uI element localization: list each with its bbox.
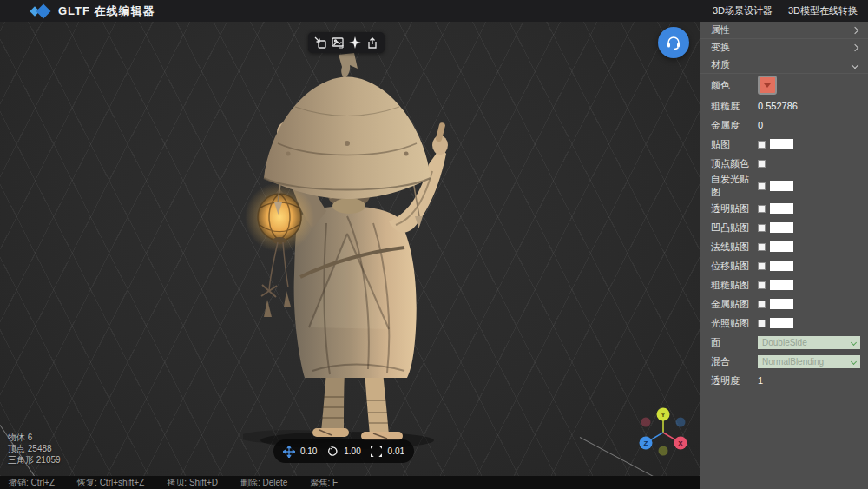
normal-map-row: 法线贴图	[700, 237, 868, 256]
map-texture-slot[interactable]	[770, 139, 793, 149]
material-color-row: 颜色	[700, 74, 868, 96]
svg-text:X: X	[678, 439, 683, 447]
viewport-toolbar	[308, 32, 385, 53]
section-material[interactable]: 材质	[700, 56, 868, 74]
gltf-editor-app: GLTF 在线编辑器 3D场景设计器 3D模型在线转换	[0, 0, 868, 489]
shortcut-focus: 聚焦: F	[310, 477, 338, 489]
translate-snap-value[interactable]: 0.10	[300, 446, 317, 456]
metalness-value[interactable]: 0	[758, 120, 763, 130]
top-nav: GLTF 在线编辑器 3D场景设计器 3D模型在线转换	[0, 0, 868, 22]
map-checkbox[interactable]	[758, 141, 766, 149]
chevron-down-icon	[851, 358, 857, 364]
chevron-down-icon	[851, 339, 857, 345]
metalness-map-slot[interactable]	[770, 299, 793, 309]
svg-text:Z: Z	[644, 439, 648, 447]
transform-snap-bar: 0.10 1.00	[273, 439, 414, 463]
section-transform[interactable]: 变换	[700, 39, 868, 56]
metalness-map-row: 金属贴图	[700, 294, 868, 314]
vertex-color-row: 顶点颜色	[700, 154, 868, 173]
color-picker-swatch[interactable]	[758, 76, 777, 95]
roughness-value[interactable]: 0.552786	[758, 101, 798, 111]
roughness-map-row: 粗糙贴图	[700, 275, 868, 294]
support-button[interactable]	[658, 27, 689, 58]
scale-icon[interactable]	[371, 446, 383, 458]
light-map-slot[interactable]	[770, 318, 793, 328]
stat-objects: 物体 6	[8, 432, 61, 443]
displacement-map-row: 位移贴图	[700, 256, 868, 275]
axis-gizmo[interactable]: Y X Z	[637, 405, 693, 460]
shortcut-duplicate: 拷贝: Shift+D	[167, 477, 218, 489]
shortcut-undo: 撤销: Ctrl+Z	[9, 477, 55, 489]
alpha-map-slot[interactable]	[770, 203, 793, 214]
alpha-map-checkbox[interactable]	[758, 205, 766, 213]
stat-vertices: 顶点 25488	[8, 443, 61, 454]
side-select[interactable]: DoubleSide	[758, 336, 860, 349]
logo-diamond-icon	[31, 4, 50, 18]
material-metalness-row: 金属度 0	[700, 116, 868, 135]
opacity-row: 透明度 1	[700, 371, 868, 390]
scene-stats: 物体 6 顶点 25488 三角形 21059	[8, 432, 61, 466]
snapshot-icon[interactable]	[331, 36, 345, 50]
light-map-row: 光照贴图	[700, 314, 868, 333]
app-logo[interactable]: GLTF 在线编辑器	[31, 3, 155, 19]
normal-map-slot[interactable]	[770, 241, 793, 252]
focus-icon[interactable]	[348, 36, 362, 50]
roughness-map-slot[interactable]	[770, 280, 793, 290]
statue-model[interactable]	[243, 50, 451, 449]
nav-link-scene-designer[interactable]: 3D场景设计器	[713, 4, 773, 17]
chevron-right-icon	[852, 26, 858, 33]
import-icon[interactable]	[313, 36, 327, 50]
svg-text:Y: Y	[661, 411, 666, 419]
shortcuts-bar: 撤销: Ctrl+Z 恢复: Ctrl+shift+Z 拷贝: Shift+D …	[0, 476, 700, 489]
chevron-down-icon	[852, 61, 858, 68]
export-icon[interactable]	[365, 36, 379, 50]
section-attributes[interactable]: 属性	[700, 22, 868, 39]
vertex-color-checkbox[interactable]	[758, 160, 766, 168]
opacity-value[interactable]: 1	[758, 375, 763, 386]
scale-snap-value[interactable]: 0.01	[388, 446, 404, 456]
material-map-row: 贴图	[700, 135, 868, 154]
emissive-map-row: 自发光贴图	[700, 173, 868, 199]
displacement-map-checkbox[interactable]	[758, 262, 766, 270]
roughness-map-checkbox[interactable]	[758, 281, 766, 289]
bump-map-checkbox[interactable]	[758, 224, 766, 232]
gizmo-neg-z	[676, 418, 686, 427]
normal-map-checkbox[interactable]	[758, 243, 766, 251]
chevron-right-icon	[852, 43, 858, 50]
shortcut-redo: 恢复: Ctrl+shift+Z	[77, 477, 144, 489]
emissive-map-slot[interactable]	[770, 181, 793, 191]
alpha-map-row: 透明贴图	[700, 199, 868, 218]
translate-icon[interactable]	[283, 446, 295, 458]
bump-map-row: 凹凸贴图	[700, 218, 868, 237]
properties-panel: 属性 变换 材质 颜色 粗糙度 0.552786	[700, 22, 868, 489]
material-roughness-row: 粗糙度 0.552786	[700, 96, 868, 116]
light-map-checkbox[interactable]	[758, 320, 766, 327]
gizmo-neg-x	[641, 418, 651, 427]
metalness-map-checkbox[interactable]	[758, 301, 766, 308]
rotate-snap-value[interactable]: 1.00	[344, 446, 360, 456]
rotate-icon[interactable]	[326, 446, 339, 458]
blending-row: 混合 NormalBlending	[700, 352, 868, 371]
blending-select[interactable]: NormalBlending	[758, 355, 860, 368]
shortcut-delete: 删除: Delete	[240, 477, 287, 489]
nav-links: 3D场景设计器 3D模型在线转换	[713, 4, 858, 17]
side-row: 面 DoubleSide	[700, 333, 868, 352]
app-title: GLTF 在线编辑器	[58, 3, 155, 19]
headset-icon	[665, 34, 682, 51]
nav-link-model-converter[interactable]: 3D模型在线转换	[788, 4, 858, 17]
bump-map-slot[interactable]	[770, 222, 793, 233]
stat-triangles: 三角形 21059	[8, 454, 61, 466]
emissive-map-checkbox[interactable]	[758, 182, 766, 190]
gizmo-neg-y	[659, 446, 668, 456]
displacement-map-slot[interactable]	[770, 261, 793, 271]
3d-viewport[interactable]: 物体 6 顶点 25488 三角形 21059 0.10	[0, 22, 700, 476]
